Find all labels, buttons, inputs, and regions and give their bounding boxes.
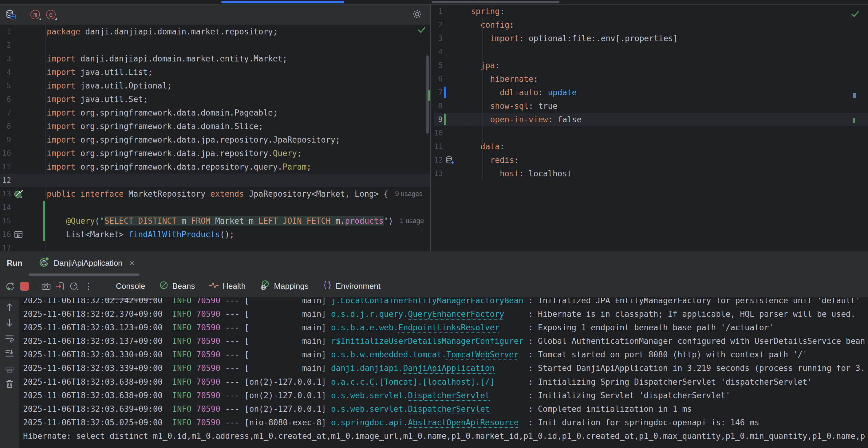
code-line: 12 redis: — [434, 153, 868, 167]
console-toolbar — [0, 298, 19, 448]
camera-button[interactable] — [39, 279, 53, 293]
code-token — [471, 61, 480, 70]
line-number: 8 — [0, 122, 11, 131]
clear-button[interactable] — [4, 379, 15, 390]
tab-health[interactable]: Health — [209, 280, 246, 292]
log-pid: 70590 — [196, 391, 220, 400]
code-line: 1package danji.danjiapi.domain.market.re… — [0, 25, 430, 38]
console-badge-q[interactable]: q — [46, 10, 56, 19]
log-thread: [on(2)-127.0.0.1] — [244, 391, 326, 400]
code-token: org.springframework.data.domain.Pageable… — [81, 108, 278, 117]
code-token: import — [47, 68, 81, 77]
log-line: 2025-11-06T18:32:05.025+09:00 INFO 70590… — [23, 416, 868, 429]
logger-link[interactable]: AbstractOpenApiResource — [408, 418, 519, 427]
scroll-down-button[interactable] — [4, 317, 15, 328]
gutter — [11, 52, 45, 65]
logger-link[interactable]: QueryEnhancerFactory — [408, 310, 504, 319]
chevron-down-icon — [39, 18, 41, 20]
code-line: 11import org.springframework.data.reposi… — [0, 160, 430, 173]
logger-link[interactable]: EndpointLinksResolver — [398, 323, 499, 332]
inspection-ok-icon[interactable] — [417, 25, 427, 36]
tab-mappings[interactable]: Mappings — [260, 280, 309, 292]
code-token: import — [47, 108, 81, 117]
gutter — [11, 160, 45, 173]
scroll-to-end-button[interactable] — [4, 348, 15, 359]
usages-hint[interactable]: 9 usages — [395, 190, 422, 198]
code-token: : optional:file:.env[.properties] — [519, 34, 678, 43]
scroll-up-button[interactable] — [4, 302, 15, 313]
log-message: Initialized JPA EntityManagerFactory for… — [538, 298, 860, 305]
code-token: java.util.Set; — [81, 95, 148, 104]
rerun-button[interactable] — [3, 279, 17, 293]
logger-link[interactable]: DispatcherServlet — [408, 391, 490, 400]
gauge-button[interactable] — [67, 279, 82, 293]
error-stripe-mark[interactable] — [428, 90, 430, 101]
code-line: 17 — [0, 241, 430, 251]
log-level: INFO — [172, 337, 191, 346]
code-token: Param — [282, 162, 306, 171]
error-stripe-mark-added[interactable] — [853, 118, 855, 123]
code-token — [47, 216, 66, 226]
tab-scrollbar[interactable] — [29, 274, 140, 276]
java-code-area[interactable]: 1package danji.danjiapi.domain.market.re… — [0, 25, 430, 251]
logger-link[interactable]: DispatcherServlet — [408, 404, 490, 414]
spring-bean-gutter-icon[interactable] — [11, 187, 45, 201]
database-gutter-icon[interactable] — [443, 153, 469, 167]
code-line: 11 data: — [434, 140, 868, 153]
logger-link[interactable]: TomcatWebServer — [446, 350, 519, 359]
line-number: 10 — [0, 149, 11, 158]
print-button[interactable] — [4, 363, 15, 374]
log-logger: o.a.c.c. — [331, 377, 369, 387]
run-query-gutter-icon[interactable] — [11, 228, 45, 241]
log-level: INFO — [172, 298, 191, 305]
editor-pane-yaml: 1spring:2 config:3 import: optional:file… — [434, 5, 868, 251]
tab-console[interactable]: Console — [116, 282, 145, 291]
log-logger: .[Tomcat].[localhost].[/] — [374, 377, 495, 387]
code-token: : — [500, 7, 505, 16]
code-token: : — [534, 74, 538, 84]
yaml-code-area[interactable]: 1spring:2 config:3 import: optional:file… — [434, 5, 868, 251]
inspection-ok-icon[interactable] — [850, 9, 860, 20]
error-stripe-mark-changed[interactable] — [853, 93, 856, 98]
code-token: : — [509, 20, 514, 30]
line-number: 5 — [0, 82, 11, 90]
more-button[interactable] — [82, 279, 96, 293]
log-timestamp: 2025-11-06T18:32:03.638+09:00 — [23, 391, 163, 400]
logger-link[interactable]: C — [369, 377, 374, 387]
gutter — [11, 93, 45, 106]
close-icon[interactable]: × — [129, 258, 135, 268]
code-token: import — [47, 95, 81, 104]
gear-icon[interactable] — [412, 9, 422, 21]
code-line: 10import org.springframework.data.jpa.re… — [0, 147, 430, 160]
console-log[interactable]: 2025-11-06T18:32:02.242+09:00 INFO 70590… — [19, 298, 868, 448]
code-token: show-sql — [490, 101, 529, 110]
exit-button[interactable] — [53, 279, 67, 293]
tabstrip-scrollbar[interactable] — [432, 1, 559, 3]
log-message: Started DanjiApiApplication in 3.219 sec… — [538, 363, 865, 373]
database-table-icon[interactable] — [4, 8, 18, 22]
gutter — [443, 113, 469, 126]
line-number: 3 — [434, 34, 443, 43]
stop-button[interactable] — [17, 279, 31, 293]
code-token: : — [514, 156, 519, 165]
tab-beans[interactable]: Beans — [159, 281, 195, 292]
usages-hint[interactable]: 1 usage — [400, 217, 424, 225]
soft-wrap-button[interactable] — [4, 332, 15, 344]
gutter — [11, 65, 45, 79]
editor-pane-java: mq 1package danji.danjiapi.domain.market… — [0, 5, 430, 251]
code-token — [471, 142, 480, 151]
log-logger: danji.danjiapi. — [331, 363, 403, 373]
tab-environment[interactable]: Environment — [323, 281, 380, 292]
log-thread: [ main] — [244, 323, 326, 332]
log-thread: [on(2)-127.0.0.1] — [244, 404, 326, 414]
log-logger: o.s.web.servlet. — [331, 404, 408, 414]
console-badge-m[interactable]: m — [30, 10, 40, 19]
code-token: import — [47, 54, 81, 63]
line-number: 11 — [0, 163, 11, 171]
code-token: ) — [388, 216, 393, 226]
code-token: org.springframework.data.jpa.repository.… — [81, 135, 340, 145]
run-tab-danjiapiapplication[interactable]: DanjiApiApplication × — [38, 251, 135, 275]
tab-label: Mappings — [274, 282, 309, 291]
logger-link[interactable]: DanjiApiApplication — [403, 363, 495, 373]
gutter — [443, 99, 469, 113]
